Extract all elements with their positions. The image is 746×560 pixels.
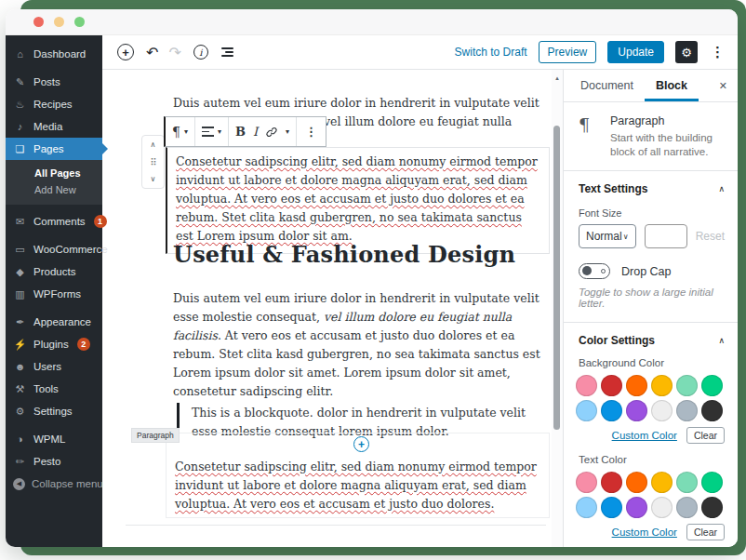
color-swatch[interactable] bbox=[576, 375, 597, 396]
sidebar-item-recipes[interactable]: ♨ Recipes bbox=[6, 93, 102, 115]
color-swatch[interactable] bbox=[701, 472, 723, 493]
custom-font-size-input[interactable] bbox=[645, 224, 687, 248]
color-swatch[interactable] bbox=[601, 472, 622, 493]
sidebar-item-wpml[interactable]: ◑ WPML bbox=[6, 428, 102, 450]
window-minimize-dot[interactable] bbox=[54, 17, 64, 27]
settings-gear-icon[interactable]: ⚙ bbox=[675, 41, 698, 63]
sidebar-item-plugins[interactable]: ⚡ Plugins 2 bbox=[6, 333, 102, 355]
sidebar-item-label: Tools bbox=[33, 383, 59, 394]
font-size-select[interactable]: Normal ∨ bbox=[579, 224, 636, 248]
custom-color-link[interactable]: Custom Color bbox=[612, 527, 677, 538]
tab-block[interactable]: Block bbox=[645, 71, 699, 101]
color-swatch[interactable] bbox=[601, 375, 622, 396]
sidebar-item-posts[interactable]: ✎ Posts bbox=[6, 71, 102, 93]
sidebar-item-media[interactable]: ♪ Media bbox=[6, 115, 102, 138]
update-button[interactable]: Update bbox=[607, 41, 664, 63]
color-swatch[interactable] bbox=[576, 497, 597, 518]
color-swatch[interactable] bbox=[701, 400, 723, 421]
more-menu-icon[interactable]: ⋮ bbox=[709, 44, 726, 60]
comments-count-badge: 1 bbox=[94, 215, 107, 228]
sidebar-item-products[interactable]: ◆ Products bbox=[6, 260, 102, 283]
sidebar-item-comments[interactable]: ✉ Comments 1 bbox=[6, 210, 102, 233]
sidebar-item-pages[interactable]: ❏ Pages bbox=[6, 138, 102, 160]
color-swatch[interactable] bbox=[601, 400, 622, 421]
sidebar-item-woocommerce[interactable]: ▭ WooCommerce bbox=[6, 238, 102, 260]
submenu-item-all-pages[interactable]: All Pages bbox=[6, 165, 102, 181]
insert-block-icon[interactable]: + bbox=[353, 436, 369, 452]
color-swatch[interactable] bbox=[651, 497, 673, 518]
wp-admin-sidebar: ⌂ Dashboard ✎ Posts ♨ Recipes ♪ Media ❏ … bbox=[6, 35, 102, 547]
text-settings-header[interactable]: Text Settings ∧ bbox=[579, 182, 725, 195]
paragraph-block-3[interactable]: Consetetur sadipscing elitr, sed diam no… bbox=[175, 458, 540, 513]
switch-to-draft-link[interactable]: Switch to Draft bbox=[455, 46, 527, 59]
clear-color-button[interactable]: Clear bbox=[686, 427, 725, 444]
close-sidebar-icon[interactable]: ✕ bbox=[719, 80, 727, 92]
color-swatch[interactable] bbox=[701, 497, 723, 518]
color-swatch[interactable] bbox=[676, 375, 698, 396]
sidebar-item-label: Collapse menu bbox=[32, 478, 103, 489]
sidebar-item-collapse-menu[interactable]: ◀ Collapse menu bbox=[6, 473, 102, 495]
color-swatch[interactable] bbox=[651, 375, 673, 396]
submenu-item-add-new[interactable]: Add New bbox=[6, 181, 102, 198]
block-navigation-icon[interactable] bbox=[221, 47, 233, 57]
sidebar-item-appearance[interactable]: ✒ Appearance bbox=[6, 311, 102, 333]
move-down-icon[interactable]: ∨ bbox=[151, 175, 156, 183]
color-swatch[interactable] bbox=[626, 472, 647, 493]
align-button[interactable]: ▾ bbox=[202, 127, 221, 136]
tab-document[interactable]: Document bbox=[569, 71, 645, 101]
color-swatch[interactable] bbox=[676, 497, 698, 518]
sidebar-item-wpforms[interactable]: ▥ WPForms bbox=[6, 283, 102, 305]
editor-toolbar: + ↶ ↷ i Switch to Draft Preview Update ⚙… bbox=[102, 35, 738, 70]
color-swatch[interactable] bbox=[651, 472, 673, 493]
color-swatch[interactable] bbox=[601, 497, 622, 518]
color-swatch[interactable] bbox=[626, 375, 647, 396]
settings-sidebar: Document Block ✕ ¶ Paragraph Start with … bbox=[563, 70, 738, 547]
panel-title: Text Settings bbox=[579, 182, 647, 195]
drop-cap-toggle[interactable] bbox=[579, 263, 610, 279]
preview-button[interactable]: Preview bbox=[539, 41, 597, 63]
block-mover: ∧ ⠿ ∨ bbox=[141, 135, 165, 189]
color-swatch[interactable] bbox=[576, 400, 597, 421]
color-swatch[interactable] bbox=[676, 400, 698, 421]
sidebar-item-pesto[interactable]: ✏ Pesto bbox=[6, 450, 102, 473]
content-structure-icon[interactable]: i bbox=[193, 45, 208, 60]
redo-icon[interactable]: ↷ bbox=[168, 44, 180, 61]
color-swatch[interactable] bbox=[701, 375, 723, 396]
scrollbar-thumb[interactable] bbox=[553, 126, 560, 430]
undo-icon[interactable]: ↶ bbox=[146, 44, 158, 61]
color-swatch[interactable] bbox=[626, 497, 647, 518]
formatting-dropdown-icon[interactable]: ▾ bbox=[286, 127, 289, 136]
window-close-dot[interactable] bbox=[33, 17, 44, 27]
window-zoom-dot[interactable] bbox=[74, 17, 85, 27]
color-settings-header[interactable]: Color Settings ∧ bbox=[579, 334, 725, 347]
move-up-icon[interactable]: ∧ bbox=[151, 140, 156, 149]
sidebar-item-users[interactable]: ☻ Users bbox=[6, 355, 102, 378]
selected-paragraph-block[interactable]: Consetetur sadipscing elitr, sed diam no… bbox=[166, 147, 550, 254]
wpml-icon: ◑ bbox=[13, 433, 27, 445]
clear-color-button[interactable]: Clear bbox=[686, 524, 725, 540]
drag-handle-icon[interactable]: ⠿ bbox=[150, 157, 155, 167]
block-inserter-icon[interactable]: + bbox=[117, 44, 134, 60]
custom-color-link[interactable]: Custom Color bbox=[612, 430, 677, 441]
color-swatch[interactable] bbox=[676, 472, 698, 493]
reset-button[interactable]: Reset bbox=[696, 230, 725, 243]
selected-paragraph-text[interactable]: Consetetur sadipscing elitr, sed diam no… bbox=[176, 153, 540, 246]
italic-button[interactable]: I bbox=[253, 125, 258, 139]
users-icon: ☻ bbox=[13, 361, 27, 372]
scroll-up-icon[interactable]: ▴ bbox=[552, 74, 563, 82]
block-more-options-icon[interactable]: ⋮ bbox=[303, 125, 319, 139]
sidebar-item-label: Pesto bbox=[33, 456, 60, 467]
sidebar-item-settings[interactable]: ⚙ Settings bbox=[6, 400, 102, 422]
paragraph-block-2[interactable]: Duis autem vel eum iriure dolor in hendr… bbox=[173, 289, 558, 401]
editor-scrollbar[interactable]: ▴ bbox=[552, 70, 563, 547]
color-swatch[interactable] bbox=[651, 400, 673, 421]
paragraph-type-button[interactable]: ¶ ▾ bbox=[172, 125, 188, 140]
sidebar-item-dashboard[interactable]: ⌂ Dashboard bbox=[6, 43, 102, 65]
link-button[interactable] bbox=[265, 126, 278, 139]
sidebar-item-tools[interactable]: ⚒ Tools bbox=[6, 378, 102, 400]
heading-block[interactable]: Useful & Fashioned Design bbox=[173, 241, 515, 268]
select-chevron-icon: ∨ bbox=[623, 233, 629, 241]
color-swatch[interactable] bbox=[626, 400, 647, 421]
bold-button[interactable]: B bbox=[235, 125, 246, 139]
color-swatch[interactable] bbox=[576, 472, 597, 493]
